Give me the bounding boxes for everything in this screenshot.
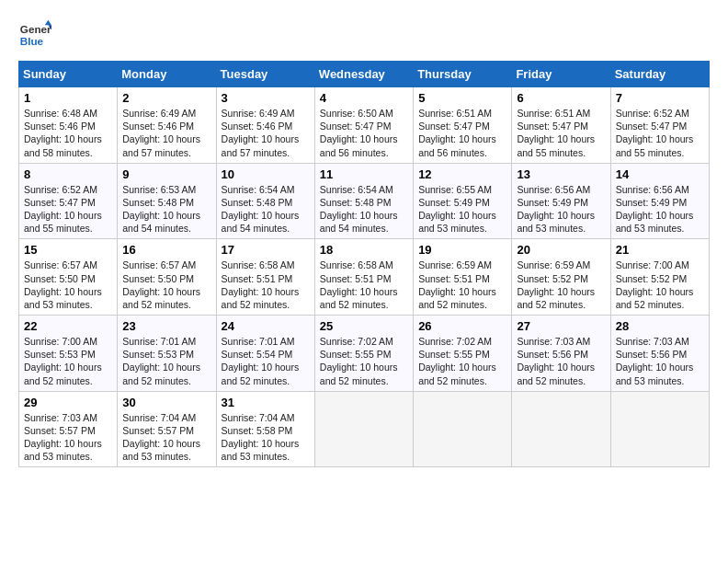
calendar-cell: 30 Sunrise: 7:04 AMSunset: 5:57 PMDaylig… bbox=[118, 391, 216, 467]
calendar-cell: 31 Sunrise: 7:04 AMSunset: 5:58 PMDaylig… bbox=[216, 391, 314, 467]
calendar-cell: 4 Sunrise: 6:50 AMSunset: 5:47 PMDayligh… bbox=[314, 87, 413, 164]
day-info: Sunrise: 6:51 AMSunset: 5:47 PMDaylight:… bbox=[517, 108, 595, 158]
column-header-tuesday: Tuesday bbox=[216, 62, 314, 87]
calendar-table: SundayMondayTuesdayWednesdayThursdayFrid… bbox=[18, 61, 710, 467]
calendar-cell: 7 Sunrise: 6:52 AMSunset: 5:47 PMDayligh… bbox=[610, 87, 709, 164]
day-number: 18 bbox=[320, 243, 408, 257]
calendar-cell: 16 Sunrise: 6:57 AMSunset: 5:50 PMDaylig… bbox=[118, 239, 216, 316]
calendar-cell: 25 Sunrise: 7:02 AMSunset: 5:55 PMDaylig… bbox=[314, 316, 413, 392]
day-info: Sunrise: 6:53 AMSunset: 5:48 PMDaylight:… bbox=[122, 184, 200, 235]
calendar-cell: 8 Sunrise: 6:52 AMSunset: 5:47 PMDayligh… bbox=[19, 163, 118, 239]
day-info: Sunrise: 7:02 AMSunset: 5:55 PMDaylight:… bbox=[320, 336, 398, 386]
day-number: 28 bbox=[616, 319, 704, 333]
day-info: Sunrise: 6:57 AMSunset: 5:50 PMDaylight:… bbox=[24, 259, 102, 310]
day-number: 31 bbox=[222, 396, 310, 409]
day-number: 5 bbox=[418, 91, 506, 105]
day-number: 8 bbox=[24, 167, 112, 181]
day-info: Sunrise: 6:54 AMSunset: 5:48 PMDaylight:… bbox=[320, 184, 398, 235]
calendar-week-row: 22 Sunrise: 7:00 AMSunset: 5:53 PMDaylig… bbox=[19, 316, 710, 392]
day-info: Sunrise: 7:03 AMSunset: 5:56 PMDaylight:… bbox=[616, 336, 694, 386]
calendar-cell bbox=[414, 391, 512, 467]
day-number: 16 bbox=[122, 243, 210, 257]
calendar-header-row: SundayMondayTuesdayWednesdayThursdayFrid… bbox=[19, 62, 710, 87]
calendar-cell: 29 Sunrise: 7:03 AMSunset: 5:57 PMDaylig… bbox=[19, 391, 118, 467]
calendar-cell: 24 Sunrise: 7:01 AMSunset: 5:54 PMDaylig… bbox=[216, 316, 314, 392]
calendar-cell: 3 Sunrise: 6:49 AMSunset: 5:46 PMDayligh… bbox=[216, 87, 314, 164]
calendar-cell: 12 Sunrise: 6:55 AMSunset: 5:49 PMDaylig… bbox=[414, 163, 512, 239]
column-header-friday: Friday bbox=[512, 62, 610, 87]
day-info: Sunrise: 6:59 AMSunset: 5:51 PMDaylight:… bbox=[418, 259, 496, 310]
calendar-cell: 21 Sunrise: 7:00 AMSunset: 5:52 PMDaylig… bbox=[610, 239, 709, 316]
column-header-sunday: Sunday bbox=[19, 62, 118, 87]
calendar-week-row: 1 Sunrise: 6:48 AMSunset: 5:46 PMDayligh… bbox=[19, 87, 710, 164]
calendar-cell: 9 Sunrise: 6:53 AMSunset: 5:48 PMDayligh… bbox=[118, 163, 216, 239]
calendar-cell: 1 Sunrise: 6:48 AMSunset: 5:46 PMDayligh… bbox=[19, 87, 118, 164]
calendar-cell: 5 Sunrise: 6:51 AMSunset: 5:47 PMDayligh… bbox=[414, 87, 512, 164]
day-number: 6 bbox=[517, 91, 605, 105]
calendar-cell: 14 Sunrise: 6:56 AMSunset: 5:49 PMDaylig… bbox=[610, 163, 709, 239]
day-info: Sunrise: 7:03 AMSunset: 5:56 PMDaylight:… bbox=[517, 336, 595, 386]
day-info: Sunrise: 6:52 AMSunset: 5:47 PMDaylight:… bbox=[616, 108, 694, 158]
day-info: Sunrise: 6:48 AMSunset: 5:46 PMDaylight:… bbox=[24, 108, 102, 158]
day-info: Sunrise: 6:59 AMSunset: 5:52 PMDaylight:… bbox=[517, 259, 595, 310]
day-number: 14 bbox=[616, 167, 704, 181]
day-info: Sunrise: 7:01 AMSunset: 5:54 PMDaylight:… bbox=[222, 336, 300, 386]
day-number: 24 bbox=[222, 319, 310, 333]
day-number: 23 bbox=[122, 319, 210, 333]
day-info: Sunrise: 7:00 AMSunset: 5:53 PMDaylight:… bbox=[24, 336, 102, 386]
calendar-cell: 23 Sunrise: 7:01 AMSunset: 5:53 PMDaylig… bbox=[118, 316, 216, 392]
day-number: 15 bbox=[24, 243, 112, 257]
day-number: 7 bbox=[616, 91, 704, 105]
day-info: Sunrise: 7:01 AMSunset: 5:53 PMDaylight:… bbox=[122, 336, 200, 386]
column-header-monday: Monday bbox=[118, 62, 216, 87]
calendar-cell: 17 Sunrise: 6:58 AMSunset: 5:51 PMDaylig… bbox=[216, 239, 314, 316]
day-info: Sunrise: 6:58 AMSunset: 5:51 PMDaylight:… bbox=[222, 259, 300, 310]
day-info: Sunrise: 7:02 AMSunset: 5:55 PMDaylight:… bbox=[418, 336, 496, 386]
day-number: 26 bbox=[418, 319, 506, 333]
day-info: Sunrise: 6:55 AMSunset: 5:49 PMDaylight:… bbox=[418, 184, 496, 235]
day-number: 17 bbox=[222, 243, 310, 257]
day-number: 27 bbox=[517, 319, 605, 333]
day-number: 3 bbox=[222, 91, 310, 105]
column-header-wednesday: Wednesday bbox=[314, 62, 413, 87]
day-info: Sunrise: 6:49 AMSunset: 5:46 PMDaylight:… bbox=[122, 108, 200, 158]
calendar-cell bbox=[314, 391, 413, 467]
day-number: 30 bbox=[122, 396, 210, 409]
calendar-cell: 22 Sunrise: 7:00 AMSunset: 5:53 PMDaylig… bbox=[19, 316, 118, 392]
column-header-saturday: Saturday bbox=[610, 62, 709, 87]
calendar-cell: 18 Sunrise: 6:58 AMSunset: 5:51 PMDaylig… bbox=[314, 239, 413, 316]
calendar-cell: 10 Sunrise: 6:54 AMSunset: 5:48 PMDaylig… bbox=[216, 163, 314, 239]
day-info: Sunrise: 6:51 AMSunset: 5:47 PMDaylight:… bbox=[418, 108, 496, 158]
day-info: Sunrise: 6:49 AMSunset: 5:46 PMDaylight:… bbox=[222, 108, 300, 158]
day-number: 20 bbox=[517, 243, 605, 257]
day-number: 19 bbox=[418, 243, 506, 257]
calendar-cell: 2 Sunrise: 6:49 AMSunset: 5:46 PMDayligh… bbox=[118, 87, 216, 164]
day-info: Sunrise: 7:00 AMSunset: 5:52 PMDaylight:… bbox=[616, 259, 694, 310]
calendar-cell: 19 Sunrise: 6:59 AMSunset: 5:51 PMDaylig… bbox=[414, 239, 512, 316]
calendar-week-row: 29 Sunrise: 7:03 AMSunset: 5:57 PMDaylig… bbox=[19, 391, 710, 467]
calendar-cell: 13 Sunrise: 6:56 AMSunset: 5:49 PMDaylig… bbox=[512, 163, 610, 239]
svg-text:Blue: Blue bbox=[20, 35, 44, 47]
day-info: Sunrise: 7:04 AMSunset: 5:57 PMDaylight:… bbox=[122, 412, 200, 463]
header: General Blue bbox=[18, 18, 710, 52]
day-info: Sunrise: 6:57 AMSunset: 5:50 PMDaylight:… bbox=[122, 259, 200, 310]
day-number: 25 bbox=[320, 319, 408, 333]
day-info: Sunrise: 6:56 AMSunset: 5:49 PMDaylight:… bbox=[517, 184, 595, 235]
day-number: 1 bbox=[24, 91, 112, 105]
calendar-cell: 27 Sunrise: 7:03 AMSunset: 5:56 PMDaylig… bbox=[512, 316, 610, 392]
logo-icon: General Blue bbox=[18, 18, 51, 52]
calendar-week-row: 15 Sunrise: 6:57 AMSunset: 5:50 PMDaylig… bbox=[19, 239, 710, 316]
calendar-cell: 15 Sunrise: 6:57 AMSunset: 5:50 PMDaylig… bbox=[19, 239, 118, 316]
calendar-cell: 20 Sunrise: 6:59 AMSunset: 5:52 PMDaylig… bbox=[512, 239, 610, 316]
calendar-cell bbox=[512, 391, 610, 467]
calendar-cell: 26 Sunrise: 7:02 AMSunset: 5:55 PMDaylig… bbox=[414, 316, 512, 392]
calendar-week-row: 8 Sunrise: 6:52 AMSunset: 5:47 PMDayligh… bbox=[19, 163, 710, 239]
day-info: Sunrise: 6:56 AMSunset: 5:49 PMDaylight:… bbox=[616, 184, 694, 235]
calendar-cell bbox=[610, 391, 709, 467]
column-header-thursday: Thursday bbox=[414, 62, 512, 87]
day-number: 9 bbox=[122, 167, 210, 181]
day-number: 10 bbox=[222, 167, 310, 181]
calendar-cell: 28 Sunrise: 7:03 AMSunset: 5:56 PMDaylig… bbox=[610, 316, 709, 392]
day-number: 13 bbox=[517, 167, 605, 181]
day-info: Sunrise: 7:04 AMSunset: 5:58 PMDaylight:… bbox=[222, 412, 300, 463]
